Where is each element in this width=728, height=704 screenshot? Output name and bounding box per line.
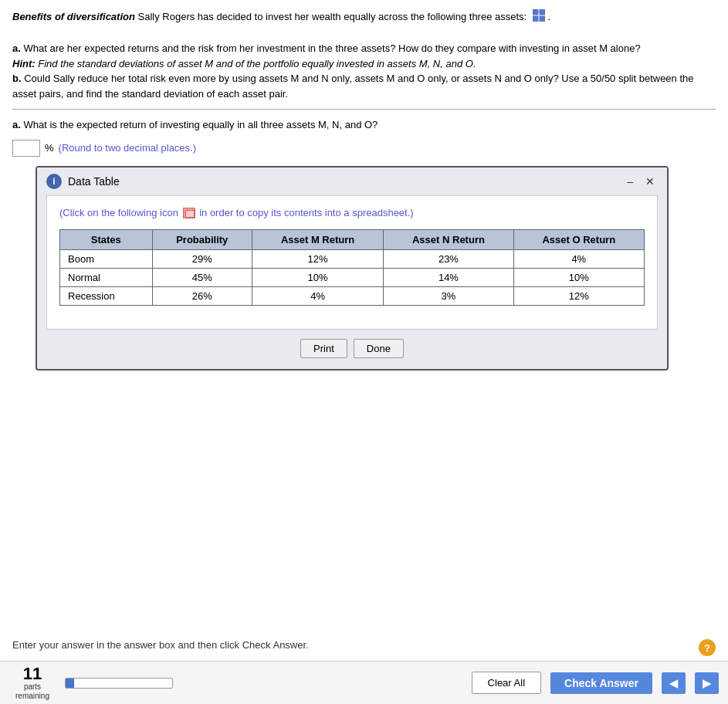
svg-rect-3: [540, 16, 545, 22]
table-cell-1: 26%: [152, 287, 252, 306]
table-cell-3: 3%: [384, 287, 513, 306]
percent-sign: %: [45, 142, 54, 154]
table-cell-4: 10%: [513, 269, 644, 287]
copy-hint-text1: (Click on the following icon: [59, 207, 178, 218]
status-text: Enter your answer in the answer box and …: [12, 639, 309, 651]
col-header-states: States: [60, 230, 153, 250]
divider: [12, 109, 716, 110]
table-cell-1: 45%: [152, 269, 252, 287]
check-answer-button[interactable]: Check Answer: [550, 672, 652, 694]
copy-hint-text2: in order to copy its contents into a spr…: [199, 207, 414, 218]
answer-hint: (Round to two decimal places.): [59, 142, 196, 154]
col-header-asset-m: Asset M Return: [252, 230, 383, 250]
table-cell-4: 4%: [513, 250, 644, 269]
main-content: Benefits of diversification Sally Rogers…: [0, 0, 728, 448]
part-b-label: b.: [12, 73, 24, 84]
table-cell-0: Boom: [60, 250, 153, 269]
table-cell-2: 12%: [252, 250, 383, 269]
part-a-label: a.: [12, 42, 23, 54]
intro-main-text: Sally Rogers has decided to invest her w…: [138, 11, 527, 22]
table-cell-3: 14%: [384, 269, 513, 287]
done-button[interactable]: Done: [354, 339, 404, 358]
hint-text: Find the standard deviations of asset M …: [38, 58, 476, 69]
modal-title-left: i Data Table: [46, 174, 120, 189]
question-text-content: What is the expected return of investing…: [23, 119, 378, 130]
question-label: a.: [12, 119, 21, 130]
svg-rect-1: [540, 9, 545, 15]
table-cell-0: Normal: [60, 269, 153, 287]
data-table: States Probability Asset M Return Asset …: [59, 229, 645, 306]
clear-all-button[interactable]: Clear All: [472, 672, 541, 694]
data-table-modal: i Data Table – ✕ (Click on the following…: [36, 166, 669, 371]
help-circle-icon[interactable]: ?: [699, 639, 716, 656]
intro-bold-title: Benefits of diversification: [12, 11, 135, 22]
question-block: a. What is the expected return of invest…: [12, 117, 716, 134]
table-cell-3: 23%: [384, 250, 513, 269]
modal-controls: – ✕: [624, 174, 658, 188]
modal-footer: Print Done: [37, 339, 667, 369]
modal-titlebar: i Data Table – ✕: [37, 168, 667, 195]
next-button[interactable]: ▶: [695, 672, 719, 694]
col-header-probability: Probability: [152, 230, 252, 250]
answer-row: % (Round to two decimal places.): [12, 140, 716, 157]
table-header-row: States Probability Asset M Return Asset …: [60, 230, 645, 250]
help-icon: ?: [696, 639, 716, 656]
modal-title-text: Data Table: [68, 175, 120, 188]
status-bar: Enter your answer in the answer box and …: [0, 635, 728, 661]
part-a-text: What are her expected returns and the ri…: [23, 42, 640, 54]
hint-label: Hint:: [12, 58, 36, 69]
modal-body: (Click on the following icon in order to…: [46, 195, 658, 330]
spreadsheet-copy-icon[interactable]: [183, 208, 195, 218]
table-cell-4: 12%: [513, 287, 644, 306]
table-row: Normal45%10%14%10%: [60, 269, 645, 287]
svg-rect-2: [533, 16, 538, 22]
bottom-bar: 11 parts remaining Clear All Check Answe…: [0, 661, 728, 704]
prev-button[interactable]: ◀: [662, 672, 686, 694]
parts-number: 11: [23, 665, 42, 682]
col-header-asset-n: Asset N Return: [384, 230, 513, 250]
copy-hint: (Click on the following icon in order to…: [59, 207, 645, 219]
table-cell-2: 10%: [252, 269, 383, 287]
progress-bar: [65, 678, 173, 689]
info-icon: i: [46, 174, 62, 189]
col-header-asset-o: Asset O Return: [513, 230, 644, 250]
part-b-text: Could Sally reduce her total risk even m…: [12, 73, 694, 100]
svg-rect-0: [533, 9, 538, 15]
progress-bar-fill: [66, 679, 74, 688]
parts-label: parts remaining: [15, 682, 49, 701]
answer-input[interactable]: [12, 140, 40, 157]
table-cell-1: 29%: [152, 250, 252, 269]
grid-icon: [533, 9, 545, 26]
intro-period: .: [547, 11, 550, 22]
close-button[interactable]: ✕: [642, 174, 658, 188]
table-row: Recession26%4%3%12%: [60, 287, 645, 306]
parts-remaining: 11 parts remaining: [9, 665, 56, 701]
table-row: Boom29%12%23%4%: [60, 250, 645, 269]
table-cell-2: 4%: [252, 287, 383, 306]
table-cell-0: Recession: [60, 287, 153, 306]
minimize-button[interactable]: –: [624, 174, 636, 188]
intro-text: Benefits of diversification Sally Rogers…: [12, 9, 716, 101]
print-button[interactable]: Print: [300, 339, 347, 358]
